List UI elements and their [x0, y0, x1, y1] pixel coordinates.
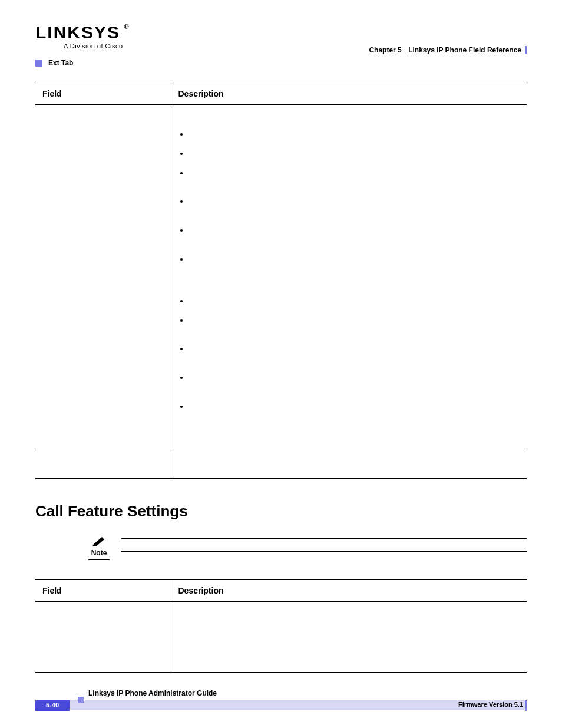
list-item: [189, 315, 520, 327]
chapter-number: Chapter 5: [369, 46, 406, 54]
logo: LINKSYS A Division of Cisco: [35, 24, 123, 50]
field-cell: [35, 601, 171, 672]
chapter-reference: Chapter 5 Linksys IP Phone Field Referen…: [369, 46, 527, 54]
note-line: [121, 551, 527, 564]
field-table-2: Field Description: [35, 579, 527, 673]
table-header-row: Field Description: [35, 579, 527, 601]
section-heading: Call Feature Settings: [35, 502, 527, 521]
col-header-description: Description: [171, 579, 527, 601]
tab-indicator: Ext Tab: [35, 59, 527, 67]
logo-subtitle: A Division of Cisco: [35, 42, 123, 50]
table-header-row: Field Description: [35, 83, 527, 105]
table-row: [35, 601, 527, 672]
field-cell: [35, 105, 171, 449]
col-header-field: Field: [35, 579, 171, 601]
footer-bar: 5-40 Firmware Version 5.1: [35, 700, 527, 710]
list-item: [189, 196, 520, 208]
description-cell: [171, 449, 527, 478]
list-item: [189, 372, 520, 384]
firmware-version: Firmware Version 5.1: [458, 701, 527, 708]
list-item: [189, 148, 520, 160]
page-footer: Linksys IP Phone Administrator Guide 5-4…: [35, 689, 527, 710]
page-header: LINKSYS A Division of Cisco Chapter 5 Li…: [35, 24, 527, 59]
table-row: [35, 105, 527, 449]
col-header-description: Description: [171, 83, 527, 105]
tab-marker-icon: [35, 60, 42, 67]
list-item: [189, 225, 520, 237]
field-cell: [35, 449, 171, 478]
field-table-1: Field Description: [35, 83, 527, 479]
list-item: [189, 129, 520, 141]
tab-label: Ext Tab: [48, 59, 73, 67]
description-cell: [171, 105, 527, 449]
list-item: [189, 401, 520, 413]
bullet-list: [178, 123, 520, 443]
badge-marker-icon: [78, 697, 84, 703]
logo-main: LINKSYS: [35, 24, 123, 41]
chapter-title: Linksys IP Phone Field Reference: [408, 46, 521, 54]
footer-guide-title: Linksys IP Phone Administrator Guide: [35, 689, 527, 700]
col-header-field: Field: [35, 83, 171, 105]
description-cell: [171, 601, 527, 672]
table-row: [35, 449, 527, 478]
pencil-icon: [91, 535, 107, 546]
list-item: [189, 253, 520, 266]
list-item: [189, 167, 520, 180]
note-icon-wrap: Note: [88, 535, 110, 560]
list-item: [189, 295, 520, 308]
note-line: [121, 538, 527, 551]
note-block: Note: [35, 535, 527, 564]
note-label: Note: [88, 549, 110, 557]
footer-right-marker: [525, 700, 527, 711]
note-content: [121, 535, 527, 564]
page-number-badge: 5-40: [35, 700, 70, 711]
list-item: [189, 343, 520, 355]
